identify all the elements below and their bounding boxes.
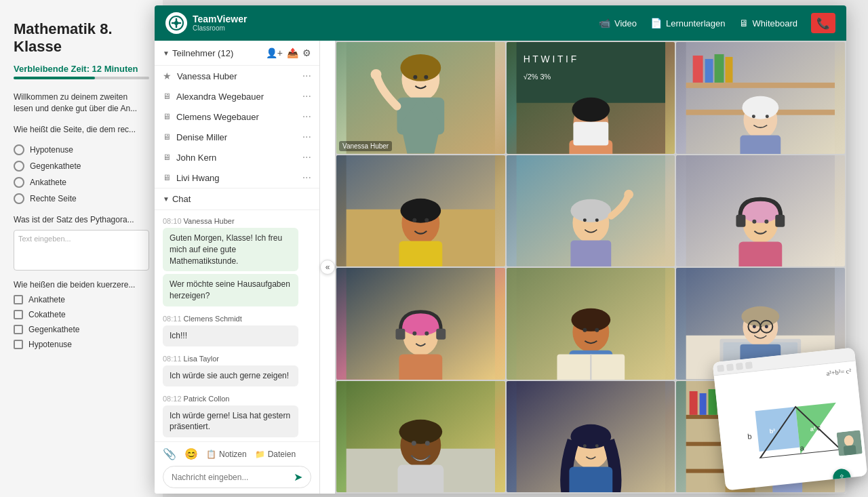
teacher-thumbnail xyxy=(836,430,863,458)
video-button[interactable]: 📹 Video xyxy=(599,18,637,28)
screen-icon: 🖥 xyxy=(163,173,171,182)
chat-group-lisa: 08:11 Lisa Taylor Ich würde sie auch ger… xyxy=(163,355,311,386)
svg-rect-23 xyxy=(726,57,733,83)
svg-rect-98 xyxy=(700,393,707,414)
radio-hypotenuse[interactable]: Hypotenuse xyxy=(14,144,149,155)
svg-point-35 xyxy=(425,218,429,222)
attachment-icon[interactable]: 📎 xyxy=(163,448,176,460)
participant-john[interactable]: 🖥 John Kern ··· xyxy=(155,147,319,167)
chat-group-vanessa: 08:10 Vanessa Huber Guten Morgen, Klasse… xyxy=(163,217,311,306)
files-icon: 📁 xyxy=(255,450,265,459)
svg-rect-113 xyxy=(755,407,800,452)
video-cell-8 xyxy=(507,268,675,380)
collapse-sidebar-button[interactable]: « xyxy=(320,260,335,275)
participant-more-icon[interactable]: ··· xyxy=(302,70,311,82)
svg-rect-20 xyxy=(693,56,703,83)
screen-icon: 🖥 xyxy=(163,153,171,162)
emoji-icon[interactable]: 😊 xyxy=(184,448,198,460)
chat-meta-lisa: 08:11 Lisa Taylor xyxy=(163,355,311,363)
chat-bubble: Guten Morgen, Klasse! Ich freu mich auf … xyxy=(163,228,298,271)
video-cell-11 xyxy=(507,381,675,493)
svg-rect-18 xyxy=(686,83,835,88)
svg-rect-97 xyxy=(690,391,698,414)
radio-ankathete[interactable]: Ankathete xyxy=(14,177,149,188)
svg-rect-32 xyxy=(399,241,442,266)
svg-rect-48 xyxy=(739,241,783,266)
participant-vanessa[interactable]: ★ Vanessa Huber ··· xyxy=(155,66,319,86)
cb-ankathete[interactable]: Ankathete xyxy=(14,295,149,304)
svg-rect-55 xyxy=(436,329,446,340)
svg-point-66 xyxy=(595,328,599,332)
chat-meta-clemens: 08:11 Clemens Schmidt xyxy=(163,315,311,323)
svg-point-84 xyxy=(412,441,416,445)
question1-label: Wie heißt die Seite, die dem rec... xyxy=(14,124,149,136)
video-cell-1: Vanessa Huber xyxy=(336,42,505,154)
svg-rect-56 xyxy=(399,355,442,380)
quiz-title: Mathematik 8. Klasse xyxy=(14,20,149,56)
floating-tablet: a²+b²= c² b a c b² a² ⇧ xyxy=(713,348,868,491)
chat-input[interactable] xyxy=(172,473,288,482)
svg-text:H T W I T I F: H T W I T I F xyxy=(523,54,576,64)
participant-alexandra[interactable]: 🖥 Alexandra Wegebauer ··· xyxy=(155,86,319,106)
video-cell-5 xyxy=(507,155,675,267)
question-intro: Willkommen zu deinem zweitenlesen und de… xyxy=(14,92,149,115)
tablet-icon-2 xyxy=(726,363,734,371)
notes-button[interactable]: 📋 Notizen xyxy=(206,450,247,459)
svg-point-58 xyxy=(425,332,429,336)
quiz-background: Mathematik 8. Klasse Verbleibende Zeit: … xyxy=(0,0,163,497)
pythagorean-input[interactable]: Text eingeben... xyxy=(14,230,149,271)
video-cell-7 xyxy=(336,268,505,380)
participants-title: Teilnehmer (12) xyxy=(172,48,263,58)
svg-point-82 xyxy=(399,419,442,443)
participant-more-icon[interactable]: ··· xyxy=(302,151,311,163)
participant-more-icon[interactable]: ··· xyxy=(302,111,311,123)
materials-button[interactable]: 📄 Lernunterlagen xyxy=(650,18,725,28)
participants-settings-icon[interactable]: ⚙ xyxy=(302,47,311,58)
whiteboard-triangle: b a c b² a² xyxy=(738,375,841,459)
chat-header: ▼ Chat xyxy=(155,188,319,210)
cb-hypotenuse[interactable]: Hypotenuse xyxy=(14,340,149,349)
chat-meta-patrick: 08:12 Patrick Collon xyxy=(163,395,311,403)
tablet-icon-3 xyxy=(736,362,743,370)
screen-icon: 🖥 xyxy=(163,132,171,142)
participant-more-icon[interactable]: ··· xyxy=(302,172,311,184)
cb-cokathete[interactable]: Cokathete xyxy=(14,310,149,319)
add-participant-icon[interactable]: 👤+ xyxy=(266,47,283,58)
svg-point-91 xyxy=(595,444,598,448)
participant-clemens[interactable]: 🖥 Clemens Wegebauer ··· xyxy=(155,106,319,127)
svg-point-33 xyxy=(400,198,441,222)
svg-point-90 xyxy=(583,444,587,448)
chat-meta-vanessa: 08:10 Vanessa Huber xyxy=(163,217,311,225)
video-cell-10 xyxy=(336,381,505,493)
participant-denise[interactable]: 🖥 Denise Miller ··· xyxy=(155,127,319,147)
invite-icon[interactable]: 📤 xyxy=(287,47,298,58)
video-cell-4 xyxy=(336,155,505,267)
logo-icon xyxy=(165,12,187,34)
svg-rect-16 xyxy=(573,122,608,146)
svg-rect-47 xyxy=(776,214,785,226)
chat-toggle-icon[interactable]: ▼ xyxy=(163,195,170,203)
participants-actions: 👤+ 📤 ⚙ xyxy=(266,47,311,58)
send-button[interactable]: ➤ xyxy=(294,471,302,483)
participants-toggle-icon[interactable]: ▼ xyxy=(163,49,170,57)
radio-gegenkathete[interactable]: Gegenkathete xyxy=(14,161,149,172)
svg-rect-26 xyxy=(741,136,781,154)
whiteboard-button[interactable]: 🖥 Whiteboard xyxy=(739,18,797,28)
svg-point-85 xyxy=(425,441,430,445)
cb-gegenkathete[interactable]: Gegenkathete xyxy=(14,325,149,334)
files-button[interactable]: 📁 Dateien xyxy=(255,450,296,459)
chat-group-patrick: 08:12 Patrick Collon Ich würde gerne! Li… xyxy=(163,395,311,438)
end-call-button[interactable]: 📞 xyxy=(811,13,835,33)
svg-point-40 xyxy=(583,218,587,222)
video-cell-3 xyxy=(676,42,845,154)
svg-point-38 xyxy=(570,199,611,222)
participant-more-icon[interactable]: ··· xyxy=(302,131,311,143)
participant-more-icon[interactable]: ··· xyxy=(302,90,311,102)
svg-point-28 xyxy=(766,115,769,118)
tablet-formula: a²+b²= c² xyxy=(826,367,852,377)
svg-point-41 xyxy=(595,218,598,222)
participant-livi[interactable]: 🖥 Livi Hwang ··· xyxy=(155,167,319,188)
screen-icon: 🖥 xyxy=(163,92,171,101)
chat-toolbar: 📎 😊 📋 Notizen 📁 Dateien xyxy=(163,448,311,460)
radio-rechte-seite[interactable]: Rechte Seite xyxy=(14,193,149,204)
